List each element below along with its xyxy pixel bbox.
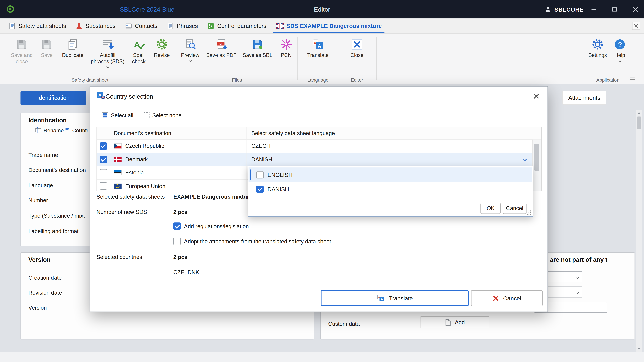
option-checkbox[interactable] [256, 171, 264, 178]
save-and-close-icon [15, 37, 29, 51]
cancel-button[interactable]: Cancel [503, 203, 526, 214]
adopt-attachments-checkbox-row[interactable]: Adopt the attachments from the translate… [173, 238, 331, 245]
add-regulations-checkbox-row[interactable]: Add regulations/legislation [173, 222, 249, 230]
table-row-czech-republic[interactable]: Czech Republic CZECH [97, 140, 541, 153]
rename-button[interactable]: Rename [35, 127, 64, 133]
minimize-button[interactable] [588, 0, 600, 18]
app-window: SBLCore 2024 Blue Editor SBLCORE Safety … [0, 0, 644, 362]
language-combobox[interactable]: DANISH [246, 153, 532, 166]
pcn-button[interactable]: PCN [276, 36, 296, 59]
option-checkbox[interactable] [256, 185, 264, 193]
duplicate-button[interactable]: Duplicate [58, 36, 88, 59]
ribbon-group-safety-data-sheet: Save and close Save Duplicate Autofill p… [4, 34, 176, 84]
status-bar [0, 352, 644, 362]
scrollbar-thumb[interactable] [637, 117, 641, 129]
dialog-translate-button[interactable]: aA Translate [321, 290, 469, 306]
field-label-type: Type (Substance / mixt [28, 212, 85, 220]
selection-bar [250, 169, 251, 180]
resize-grip[interactable] [526, 210, 531, 215]
table-row-denmark[interactable]: Denmark DANISH [97, 153, 541, 166]
chevron-down-icon[interactable] [522, 157, 526, 161]
dropdown-option-danish[interactable]: DANISH [248, 182, 532, 196]
save-and-close-button[interactable]: Save and close [8, 36, 36, 65]
field-label-revision-date: Revision date [28, 290, 62, 297]
field-label-documents-destination: Document's destination [28, 167, 86, 174]
tab-safety-data-sheets[interactable]: Safety data sheets [5, 18, 70, 33]
tab-phrases[interactable]: Phrases [163, 18, 202, 33]
section-tab-identification[interactable]: Identification [20, 91, 86, 105]
row-checkbox[interactable] [100, 182, 107, 190]
dropdown-option-english[interactable]: ENGLISH [248, 167, 532, 182]
section-tab-attachments[interactable]: Attachments [562, 91, 606, 105]
user-name: SBLCORE [554, 6, 584, 12]
revise-button[interactable]: Revise [151, 36, 172, 59]
main-scrollbar[interactable] [636, 110, 642, 352]
tab-control-parameters[interactable]: Control parameters [204, 18, 270, 33]
close-editor-button[interactable]: Close [345, 36, 369, 59]
help-icon: ? [613, 37, 627, 51]
autofill-phrases-button[interactable]: Autofill phrases (SDS) [89, 36, 126, 67]
countries-flag-icon [64, 127, 70, 133]
help-button[interactable]: ? Help [610, 36, 630, 61]
ok-button[interactable]: OK [480, 203, 500, 214]
settings-button[interactable]: Settings [586, 36, 609, 59]
dialog-toolbar: Select all Select none [102, 112, 182, 119]
phrases-card-title-fragment: are not part of any t [550, 256, 612, 263]
dialog-close-button[interactable] [533, 92, 540, 100]
gear-icon [591, 37, 604, 51]
scroll-down-icon[interactable] [638, 348, 641, 350]
maximize-button[interactable] [608, 0, 620, 18]
translate-button[interactable]: aA Translate [302, 36, 334, 59]
eu-flag-icon [114, 183, 122, 189]
scrollbar-thumb[interactable] [534, 144, 539, 171]
duplicate-icon [66, 37, 80, 51]
svg-text:?: ? [618, 41, 622, 48]
user-icon [544, 6, 551, 12]
ribbon-group-label: Files [176, 78, 297, 82]
table-header: Document's destination Select safety dat… [97, 127, 541, 139]
field-label-version: Version [28, 304, 47, 312]
preview-button[interactable]: Preview [178, 36, 203, 61]
row-checkbox[interactable] [100, 142, 107, 150]
new-sds-value: 2 pcs [173, 208, 188, 216]
select-none-button[interactable]: Select none [143, 112, 182, 119]
save-icon [40, 37, 54, 51]
table-scrollbar[interactable] [532, 140, 541, 191]
ribbon: Save and close Save Duplicate Autofill p… [0, 34, 644, 84]
identification-card-title: Identification [28, 117, 67, 124]
close-icon [633, 6, 638, 12]
chevron-down-icon [189, 59, 192, 62]
add-regulations-checkbox[interactable] [173, 222, 180, 230]
close-icon [534, 93, 539, 99]
save-as-pdf-button[interactable]: PDF Save as PDF [204, 36, 239, 59]
denmark-flag-icon [114, 157, 122, 162]
ribbon-collapse-icon[interactable] [630, 78, 635, 81]
row-checkbox[interactable] [100, 156, 107, 163]
window-title: Editor [314, 0, 330, 18]
spell-check-button[interactable]: A Spell check [127, 36, 150, 65]
close-tab-button[interactable] [632, 22, 640, 30]
ribbon-group-language: aA Translate Language [298, 34, 338, 84]
scroll-up-icon[interactable] [638, 112, 641, 114]
tab-substances[interactable]: Substances [72, 18, 119, 33]
country-codes: CZE, DNK [173, 269, 199, 277]
select-all-icon [102, 112, 108, 119]
adopt-attachments-checkbox[interactable] [173, 238, 180, 245]
save-as-sbl-button[interactable]: Save as SBL [240, 36, 275, 59]
user-menu[interactable]: SBLCORE [544, 0, 584, 18]
add-custom-data-button[interactable]: Add [420, 317, 489, 328]
tab-sds-example-dangerous-mixture[interactable]: SDS EXAMPLE Dangerous mixture [272, 18, 386, 33]
sbl-floppy-icon [250, 37, 264, 51]
countries-button[interactable]: Countr [64, 127, 88, 133]
phrases-icon [167, 22, 174, 29]
field-label-language: Language [28, 182, 53, 189]
row-checkbox[interactable] [100, 169, 107, 176]
tab-contacts[interactable]: Contacts [121, 18, 161, 33]
dialog-cancel-button[interactable]: Cancel [471, 290, 542, 306]
svg-text:A: A [318, 43, 321, 49]
chevron-down-icon [575, 290, 579, 294]
save-button[interactable]: Save [37, 36, 57, 59]
svg-text:A: A [381, 297, 383, 301]
close-window-button[interactable] [629, 0, 642, 18]
select-all-button[interactable]: Select all [102, 112, 133, 119]
